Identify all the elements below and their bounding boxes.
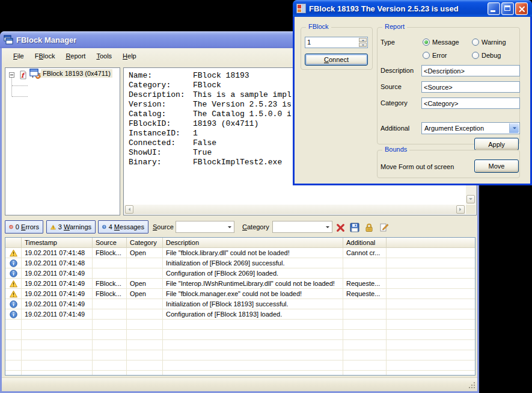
column-header-description[interactable]: Description — [163, 238, 343, 247]
empty-log-row — [5, 361, 475, 371]
detail-value: True — [193, 148, 212, 157]
log-cell-additional — [343, 268, 387, 278]
log-row[interactable]: 19.02.2011 07:41:48 Initialization of [F… — [5, 258, 475, 268]
dialog-titlebar[interactable]: FBlock 18193 The Version 2.5.23 is used — [293, 0, 532, 17]
menu-item[interactable]: Tools — [91, 51, 117, 61]
clear-log-button[interactable] — [334, 221, 346, 234]
fblocks-root-icon: f — [19, 70, 28, 79]
category-filter-combo[interactable] — [272, 221, 332, 233]
log-cell-source — [93, 258, 127, 268]
move-button[interactable]: Move — [474, 159, 519, 173]
report-group-title: Report — [382, 23, 407, 30]
menu-item[interactable]: FBlock — [29, 51, 61, 61]
close-button[interactable] — [515, 2, 528, 15]
log-row[interactable]: 19.02.2011 07:41:49 FBlock... Open File … — [5, 289, 475, 299]
log-row-icon-cell — [5, 258, 22, 268]
log-row[interactable]: 19.02.2011 07:41:49 Initialization of [F… — [5, 299, 475, 309]
menu-item[interactable]: Report — [60, 51, 91, 61]
log-table: Timestamp Source Category Description Ad… — [5, 237, 475, 376]
dialog-client-area: FBlock 1 Connect Report Type Message War… — [295, 17, 530, 184]
log-cell-description: Initialization of [FBlock 2069] successf… — [163, 258, 343, 268]
menu-item[interactable]: File — [8, 51, 29, 61]
column-header-category[interactable]: Category — [127, 238, 163, 247]
connect-button[interactable]: Connect — [305, 54, 368, 66]
report-field-row: Category — [378, 97, 519, 114]
scroll-left-button[interactable] — [125, 205, 133, 214]
log-row[interactable]: 19.02.2011 07:41:49 FBlock... Open File … — [5, 279, 475, 289]
pencil-icon — [379, 223, 389, 232]
resize-grip[interactable] — [474, 382, 475, 383]
field-label: Category — [381, 99, 408, 107]
empty-log-row — [5, 330, 475, 340]
log-cell-category: Open — [127, 248, 163, 258]
detail-label: ShowUI: — [129, 148, 193, 158]
source-filter-combo[interactable] — [176, 221, 234, 233]
info-icon — [10, 311, 17, 318]
radio-option[interactable]: Debug — [472, 51, 506, 60]
errors-filter-button[interactable]: 0 Errors — [5, 220, 43, 234]
radio-label: Debug — [482, 52, 501, 59]
info-icon — [102, 223, 106, 231]
source-filter-label: Source — [153, 223, 174, 231]
messages-filter-button[interactable]: 4 Messages — [98, 220, 148, 234]
log-row[interactable]: 19.02.2011 07:41:48 FBlock... Open File … — [5, 248, 475, 258]
column-header-timestamp[interactable]: Timestamp — [22, 238, 93, 247]
desktop: { "colors": { "titlebar_active": "#0a4fd… — [0, 0, 532, 393]
scroll-down-button[interactable] — [466, 195, 475, 203]
log-cell-additional: Cannot cr... — [343, 248, 387, 258]
log-cell-description: Configuration of [FBlock 2069] loaded. — [163, 268, 343, 278]
minimize-button[interactable] — [488, 2, 500, 15]
log-cell-additional — [343, 309, 387, 319]
scroll-right-button[interactable] — [456, 205, 465, 214]
save-log-button[interactable] — [349, 221, 361, 234]
fblock-group-title: FBlock — [306, 23, 331, 30]
log-cell-timestamp: 19.02.2011 07:41:49 — [22, 309, 93, 319]
log-cell-category — [127, 299, 163, 309]
log-cell-source — [93, 299, 127, 309]
log-row-icon-cell — [5, 309, 22, 319]
combo-dropdown-button[interactable] — [509, 123, 519, 133]
log-row[interactable]: 19.02.2011 07:41:49 Configuration of [FB… — [5, 268, 475, 279]
log-cell-source — [93, 309, 127, 319]
chevron-left-icon — [127, 208, 130, 211]
log-cell-timestamp: 19.02.2011 07:41:48 — [22, 258, 93, 268]
spinner-up-button[interactable] — [359, 38, 367, 42]
menu-item[interactable]: Help — [117, 51, 142, 61]
fblock-id-spinner[interactable]: 1 — [305, 37, 368, 48]
detail-value: FBlockImplTest2.exe — [193, 158, 282, 167]
dropdown-arrow-icon — [326, 226, 329, 230]
bounds-group: Bounds Move Form out of screen Move — [377, 150, 520, 178]
tree-expander-icon[interactable] — [9, 72, 14, 78]
column-header-source[interactable]: Source — [93, 238, 127, 247]
radio-option[interactable]: Message — [423, 37, 472, 46]
warnings-button-label: 3 Warnings — [58, 223, 91, 231]
field-input[interactable] — [421, 97, 520, 109]
maximize-button[interactable] — [501, 2, 514, 15]
horizontal-scrollbar[interactable] — [124, 205, 465, 214]
detail-label: Binary: — [129, 158, 193, 167]
log-row-icon-cell — [5, 248, 22, 258]
lock-log-button[interactable] — [363, 221, 375, 234]
radio-option[interactable]: Warning — [472, 37, 506, 46]
column-header-icon[interactable] — [5, 238, 22, 247]
empty-log-row — [5, 350, 475, 361]
log-cell-category — [127, 268, 163, 278]
column-header-additional[interactable]: Additional — [343, 238, 387, 247]
field-input[interactable] — [421, 81, 520, 93]
spinner-down-button[interactable] — [359, 43, 367, 47]
bounds-caption: Move Form out of screen — [381, 163, 454, 170]
radio-option[interactable]: Error — [423, 51, 472, 60]
apply-button[interactable]: Apply — [474, 138, 519, 150]
fblock-report-dialog: FBlock 18193 The Version 2.5.23 is used … — [293, 0, 532, 185]
log-cell-description: Configuration of [FBlock 18193] loaded. — [163, 309, 343, 319]
log-cell-filler — [387, 279, 475, 288]
tree-item[interactable]: FBlock 18193 (0x4711) — [29, 68, 112, 78]
log-cell-filler — [387, 248, 475, 258]
detail-value: 1 — [193, 129, 198, 138]
edit-log-button[interactable] — [378, 221, 390, 234]
tree-item-label: FBlock 18193 (0x4711) — [41, 69, 112, 78]
warnings-filter-button[interactable]: 3 Warnings — [46, 220, 96, 234]
log-row[interactable]: 19.02.2011 07:41:49 Configuration of [FB… — [5, 309, 475, 320]
field-input[interactable] — [421, 65, 520, 76]
additional-combo[interactable]: Argument Exception — [421, 122, 520, 134]
